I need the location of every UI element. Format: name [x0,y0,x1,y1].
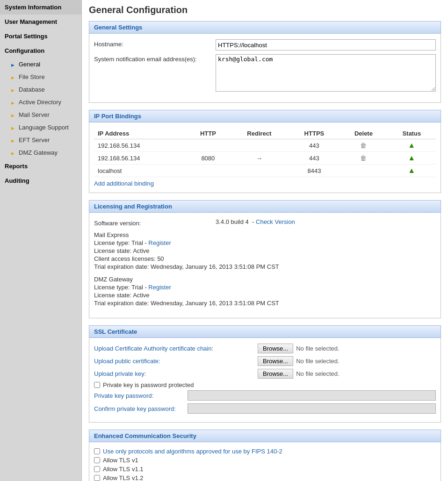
email-input[interactable]: krsh@global.com [216,54,436,92]
sidebar-item-file-store[interactable]: ► File Store [0,71,81,83]
private-key-protected-label: Private key is password protected [103,381,194,388]
sidebar-item-dmz-gateway[interactable]: ► DMZ Gateway [0,146,81,159]
delete-icon[interactable]: 🗑 [360,154,367,162]
sidebar-item-configuration[interactable]: Configuration [0,43,81,58]
public-cert-no-file: No file selected. [296,358,340,365]
http-port: 8080 [186,152,230,165]
sidebar-item-general[interactable]: ► General [0,58,81,71]
trial-expiration-row: Trial expiration date: Wednesday, Januar… [94,300,436,307]
https-port: 443 [289,139,340,152]
col-delete: Delete [340,128,387,139]
hostname-label: Hostname: [94,39,216,48]
confirm-private-key-label: Confirm private key password: [94,405,188,412]
hostname-row: Hostname: [94,39,436,50]
sidebar-item-mail-server[interactable]: ► Mail Server [0,108,81,121]
tls11-label: Allow TLS v1.1 [103,466,143,473]
license-state-row: License state: Active [94,292,436,299]
arrow-icon: ► [10,100,15,105]
tls12-checkbox[interactable] [94,475,100,481]
private-key-protected-row: Private key is password protected [94,381,436,388]
private-key-row: Upload private key: Browse... No file se… [94,369,436,379]
ca-cert-browse-button[interactable]: Browse... [258,344,293,353]
sidebar-item-auditing[interactable]: Auditing [0,173,81,188]
register-link[interactable]: Register [148,284,171,291]
ca-cert-label: Upload Certificate Authority certificate… [94,345,258,352]
sidebar-item-active-directory[interactable]: ► Active Directory [0,96,81,108]
private-key-browse-button[interactable]: Browse... [258,369,293,379]
fips-checkbox[interactable] [94,448,100,454]
https-port: 8443 [289,165,340,177]
general-settings-header: General Settings [89,21,441,34]
add-binding-link[interactable]: Add additional binding [94,180,154,187]
ip-address: 192.168.56.134 [94,139,186,152]
hostname-value [216,39,436,50]
arrow-icon: ► [10,138,15,143]
http-port [186,165,230,177]
private-key-password-row: Private key password: [94,390,436,401]
tls11-row: Allow TLS v1.1 [94,466,436,473]
https-port: 443 [289,152,340,165]
license-type-row: License type: Trial - Register [94,284,436,291]
ssl-cert-body: Upload Certificate Authority certificate… [89,338,441,423]
status-cell: ▲ [388,139,436,152]
fips-row: Use only protocols and algorithms approv… [94,448,436,455]
arrow-icon: ► [10,125,15,130]
trial-expiration-row: Trial expiration date: Wednesday, Januar… [94,263,436,270]
private-key-protected-checkbox[interactable] [94,382,100,388]
redirect: → [230,152,289,165]
private-key-password-input[interactable] [188,390,436,401]
tls12-label: Allow TLS v1.2 [103,474,143,481]
sidebar-item-portal-settings[interactable]: Portal Settings [0,29,81,43]
ip-table: IP Address HTTP Redirect HTTPS Delete St… [94,128,436,177]
sidebar-item-system-information[interactable]: System Information [0,0,81,14]
status-cell: ▲ [388,165,436,177]
client-access-row: Client access licenses: 50 [94,255,436,262]
status-icon: ▲ [408,141,415,150]
redirect [230,165,289,177]
email-row: System notification email address(es): k… [94,54,436,93]
check-version-link[interactable]: Check Version [256,218,295,225]
arrow-icon: ► [10,113,15,117]
product-name: Mail Express [94,231,436,238]
tls1-checkbox[interactable] [94,457,100,463]
table-row: 192.168.56.134 8080 → 443 🗑 ▲ [94,152,436,165]
tls11-checkbox[interactable] [94,466,100,472]
arrow-icon: ► [10,62,15,67]
col-ip: IP Address [94,128,186,139]
sidebar-item-database[interactable]: ► Database [0,83,81,96]
col-redirect: Redirect [230,128,289,139]
sidebar-item-user-management[interactable]: User Management [0,14,81,29]
delete-icon[interactable]: 🗑 [360,142,367,149]
sidebar-item-eft-server[interactable]: ► EFT Server [0,134,81,146]
ip-bindings-header: IP Port Bindings [89,110,441,122]
table-row: localhost 8443 ▲ [94,165,436,177]
arrow-icon: ► [10,87,15,92]
col-status: Status [388,128,436,139]
general-settings-body: Hostname: System notification email addr… [89,34,441,103]
private-key-label: Upload private key: [94,370,258,377]
page-title: General Configuration [89,5,441,15]
private-key-password-label: Private key password: [94,392,188,399]
col-https: HTTPS [289,128,340,139]
redirect [230,139,289,152]
delete-cell[interactable] [340,165,387,177]
confirm-private-key-input[interactable] [188,403,436,414]
hostname-input[interactable] [216,39,436,50]
sidebar-item-language-support[interactable]: ► Language Support [0,121,81,134]
software-version-row: Software version: 3.4.0 build 4 - Check … [94,218,436,227]
tls12-row: Allow TLS v1.2 [94,474,436,481]
ca-cert-row: Upload Certificate Authority certificate… [94,344,436,353]
table-row: 192.168.56.134 443 🗑 ▲ [94,139,436,152]
register-link[interactable]: Register [148,239,171,246]
dmz-gateway-block: DMZ Gateway License type: Trial - Regist… [94,276,436,307]
sidebar-item-reports[interactable]: Reports [0,159,81,173]
mail-express-block: Mail Express License type: Trial - Regis… [94,231,436,270]
delete-cell[interactable]: 🗑 [340,139,387,152]
status-icon: ▲ [408,166,415,175]
public-cert-browse-button[interactable]: Browse... [258,356,293,366]
licensing-body: Software version: 3.4.0 build 4 - Check … [89,213,441,318]
ip-bindings-body: IP Address HTTP Redirect HTTPS Delete St… [89,122,441,193]
delete-cell[interactable]: 🗑 [340,152,387,165]
license-type-row: License type: Trial - Register [94,239,436,246]
status-icon: ▲ [408,154,415,162]
